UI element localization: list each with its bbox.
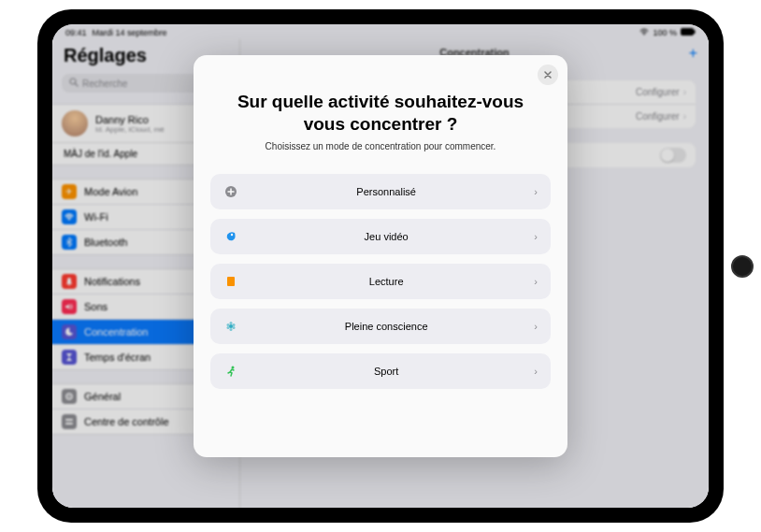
svg-point-16 (233, 326, 236, 329)
option-custom[interactable]: Personnalisé › (210, 174, 551, 209)
svg-point-13 (229, 324, 233, 328)
rocket-icon (223, 229, 238, 244)
modal-title: Sur quelle activité souhaitez-vous vous … (210, 91, 551, 136)
svg-point-14 (230, 322, 233, 324)
chevron-right-icon: › (534, 366, 538, 377)
svg-point-15 (233, 324, 236, 326)
home-button[interactable] (731, 255, 754, 278)
close-button[interactable] (538, 65, 558, 85)
mindfulness-icon (223, 319, 238, 334)
svg-point-18 (227, 326, 230, 329)
plus-circle-icon (223, 184, 238, 199)
chevron-right-icon: › (534, 276, 538, 287)
svg-point-11 (231, 233, 233, 235)
focus-modal: Sur quelle activité souhaitez-vous vous … (194, 55, 567, 457)
modal-subtitle: Choisissez un mode de concentration pour… (210, 141, 551, 151)
chevron-right-icon: › (534, 321, 538, 332)
svg-point-19 (227, 324, 230, 326)
running-icon (223, 364, 238, 379)
option-reading[interactable]: Lecture › (210, 264, 551, 299)
option-label: Lecture (238, 276, 534, 287)
svg-point-20 (232, 366, 235, 368)
option-mindfulness[interactable]: Pleine conscience › (210, 309, 551, 344)
svg-point-17 (230, 328, 233, 331)
chevron-right-icon: › (534, 186, 538, 197)
book-icon (223, 274, 238, 289)
option-label: Jeu vidéo (238, 231, 534, 242)
svg-rect-12 (227, 277, 235, 286)
option-gaming[interactable]: Jeu vidéo › (210, 219, 551, 254)
option-label: Sport (238, 366, 534, 377)
option-label: Personnalisé (238, 186, 534, 197)
chevron-right-icon: › (534, 231, 538, 242)
option-label: Pleine conscience (238, 321, 534, 332)
option-fitness[interactable]: Sport › (210, 353, 551, 389)
